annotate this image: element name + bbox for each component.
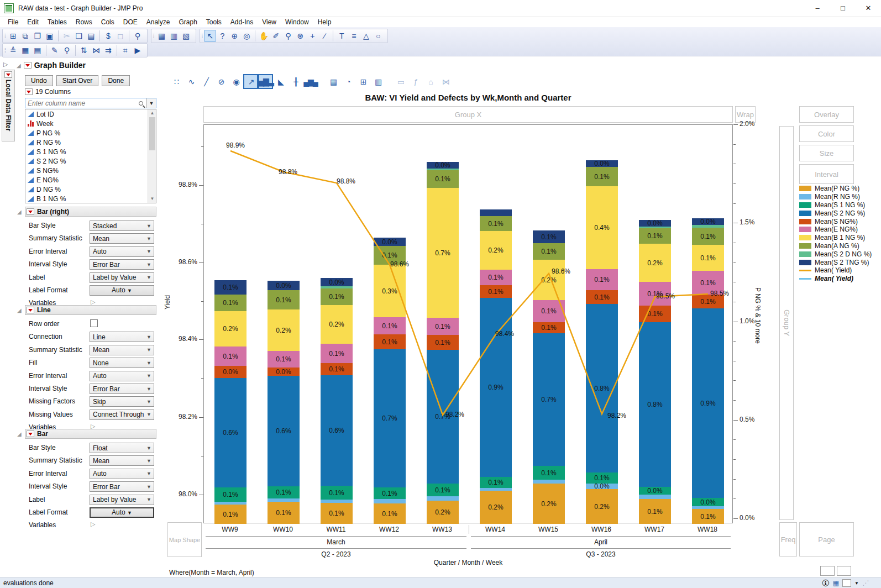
paste-icon[interactable]: ▤ [85,30,97,42]
column-item[interactable]: Week [25,119,156,128]
color-drop-zone[interactable]: Color [799,125,854,142]
legend-entry[interactable]: Mean(A NG %) [799,242,872,250]
legend-entry[interactable]: Mean(S NG%) [799,217,872,225]
scribble-icon[interactable]: ∕ [318,30,331,42]
open-icon[interactable]: ❐ [32,30,44,42]
bullseye-icon[interactable]: ◎ [240,30,253,42]
search-options-dropdown[interactable]: ▼ [146,98,156,108]
contour-element-icon[interactable]: ◉ [228,74,243,89]
grabber-hand-icon[interactable]: ✋ [258,30,270,42]
column-item[interactable]: E NG% [25,175,156,185]
box-plot-element-icon[interactable]: ╂ [288,74,303,89]
column-search-input[interactable] [25,99,139,107]
text-annotation-icon[interactable]: T [335,30,348,42]
red-triangle-icon[interactable] [27,431,34,437]
lock-icon[interactable]: ◻ [114,30,127,42]
bar-style-select[interactable]: Float▼ [90,443,154,453]
histogram-element-icon[interactable]: ▄▆▄ [303,74,318,89]
ellipse-element-icon[interactable]: ⊘ [213,74,228,89]
menu-rows[interactable]: Rows [71,17,97,27]
legend-entry[interactable]: Mean(B 1 NG %) [799,234,872,242]
section-header[interactable]: Bar (right) [25,207,156,217]
treemap-element-icon[interactable]: ⊞ [355,74,370,89]
menu-view[interactable]: View [258,17,281,27]
close-button[interactable]: ✕ [856,0,881,16]
panel-expander-icon[interactable]: ▷ [3,61,8,68]
legend-entry[interactable]: Mean(S 2 TNG %) [799,258,872,266]
menu-doe[interactable]: DOE [119,17,142,27]
menu-help[interactable]: Help [313,17,336,27]
menu-cols[interactable]: Cols [97,17,119,27]
label-format-button[interactable]: Auto ▼ [90,285,154,296]
legend-entry[interactable]: Mean(S 2 D NG %) [799,250,872,258]
move-icon[interactable]: ⊕ [228,30,240,42]
bar-style-select[interactable]: Stacked▼ [90,221,154,231]
data-table-icon[interactable]: ▦ [156,30,168,42]
column-item[interactable]: B 1 NG % [25,194,156,203]
summary-icon[interactable]: ▥ [168,30,180,42]
column-item[interactable]: D NG % [25,185,156,194]
scrollbar-thumb[interactable] [149,117,155,150]
dropdown-caret-icon[interactable]: ▼ [854,581,859,586]
legend-entry[interactable]: Mean( Yield) [799,266,872,275]
freq-drop-zone[interactable]: Freq [779,522,797,556]
size-drop-zone[interactable]: Size [799,145,854,161]
red-triangle-icon[interactable] [25,88,33,95]
formula-element-icon[interactable]: ƒ [408,74,423,89]
collapse-icon[interactable]: ◢ [17,209,22,215]
collapse-icon[interactable]: ◢ [17,62,21,69]
edit-table-icon[interactable]: ▦ [833,579,839,587]
cut-icon[interactable]: ✂ [61,30,73,42]
new-journal-icon[interactable]: ⧉ [19,30,32,42]
save-icon[interactable]: ▣ [44,30,56,42]
collapse-icon[interactable]: ◢ [17,431,22,437]
minimize-button[interactable]: – [805,0,830,16]
fill-select[interactable]: None▼ [90,358,154,368]
interval-style-select[interactable]: Error Bar▼ [90,384,154,394]
caption-box-icon[interactable]: ▭ [393,74,408,89]
line-annotation-icon[interactable]: ≡ [348,30,360,42]
start-over-button[interactable]: Start Over [56,75,99,86]
summary-statistic-select[interactable]: Mean▼ [90,345,154,355]
legend-entry[interactable]: Mean(R NG %) [799,193,872,201]
scroll-up-icon[interactable]: ▲ [148,109,156,117]
interval-style-select[interactable]: Error Bar▼ [90,481,154,492]
menu-window[interactable]: Window [281,17,313,27]
menu-edit[interactable]: Edit [23,17,43,27]
parallel-plot-icon[interactable]: ⋈ [438,74,453,89]
missing-values-select[interactable]: Connect Through▼ [90,410,154,420]
summary-statistic-select[interactable]: Mean▼ [90,455,154,466]
legend-entry[interactable]: Mean( Yield) [799,275,872,283]
column-item[interactable]: Lot ID [25,109,156,119]
grid-table-icon[interactable]: ▦ [19,44,32,56]
heatmap-element-icon[interactable]: ▦ [326,74,340,89]
menu-file[interactable]: File [3,17,23,27]
overlay-drop-zone[interactable]: Overlay [799,106,854,123]
section-header[interactable]: Bar [25,429,156,439]
zoom-in-icon[interactable]: ⊛ [294,30,306,42]
mosaic-element-icon[interactable]: ▥ [370,74,385,89]
polygon-icon[interactable]: △ [360,30,372,42]
run-script-icon[interactable]: ▶ [132,44,144,56]
red-triangle-icon[interactable] [4,71,12,78]
menu-add-ins[interactable]: Add-Ins [226,17,258,27]
info-icon[interactable]: 🛈 [822,579,830,587]
label-select[interactable]: Label by Value▼ [90,272,154,283]
undo-button[interactable]: Undo [25,75,53,86]
section-header[interactable]: Line [25,305,156,315]
interval-drop-zone[interactable]: Interval [799,164,854,184]
column-item[interactable]: S 2 NG % [25,156,156,166]
legend-entry[interactable]: Mean(S 2 NG %) [799,209,872,217]
pie-element-icon[interactable]: ◔ [340,74,355,89]
column-item[interactable]: S 1 NG % [25,147,156,156]
calculator-icon[interactable]: ⌗ [119,44,132,56]
error-interval-select[interactable]: Auto▼ [90,469,154,479]
column-item[interactable]: R NG % [25,138,156,147]
scroll-corner-button[interactable] [820,566,835,576]
menu-tables[interactable]: Tables [43,17,71,27]
plot-area[interactable]: 0.1%0.1%0.2%0.1%0.0%0.6%0.1%0.1%0.0%0.1%… [203,124,733,523]
arrow-cursor-icon[interactable]: ↖ [204,30,216,42]
done-button[interactable]: Done [102,75,130,86]
connection-select[interactable]: Line▼ [90,332,154,342]
help-icon[interactable]: ? [216,30,228,42]
